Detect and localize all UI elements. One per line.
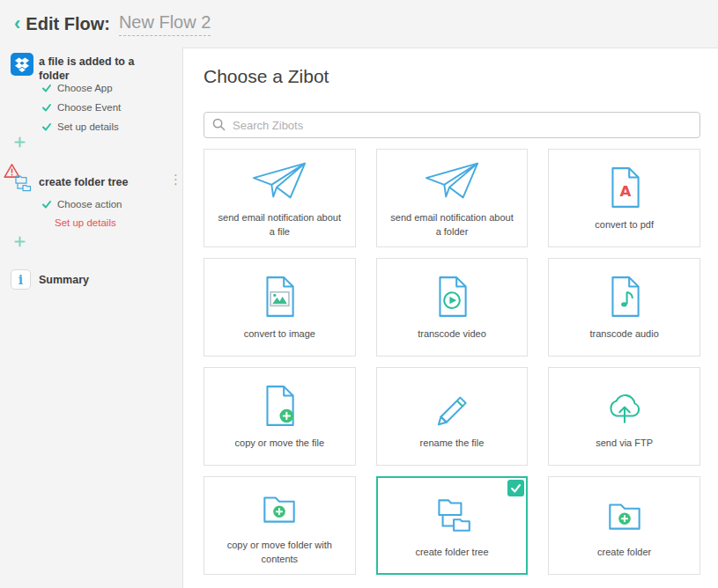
video-file-icon bbox=[430, 274, 474, 320]
zibot-card[interactable]: convert to image bbox=[204, 258, 356, 356]
zibot-label: convert to pdf bbox=[582, 218, 666, 232]
zibot-card[interactable]: copy or move folder with contents bbox=[204, 476, 356, 575]
step-substep-setup-details-error[interactable]: Set up details bbox=[55, 217, 116, 228]
check-icon bbox=[42, 84, 51, 92]
zibot-label: transcode video bbox=[405, 327, 499, 341]
zibot-label: create folder tree bbox=[403, 546, 500, 559]
image-file-icon bbox=[257, 274, 301, 320]
info-icon: i bbox=[11, 269, 31, 290]
zibot-label: copy or move folder with contents bbox=[204, 539, 355, 566]
zibot-label: send email notification about a file bbox=[204, 211, 355, 239]
dropbox-icon bbox=[11, 53, 33, 76]
step-substep-setup-details[interactable]: Set up details bbox=[42, 121, 119, 132]
substep-label: Choose Event bbox=[57, 102, 121, 113]
selected-check-icon bbox=[507, 480, 524, 496]
svg-text:A: A bbox=[619, 183, 631, 200]
step-substep-choose-event[interactable]: Choose Event bbox=[42, 102, 121, 113]
zibot-label: transcode audio bbox=[578, 327, 671, 341]
folder-tree-icon bbox=[11, 173, 33, 194]
zibot-label: send via FTP bbox=[583, 437, 665, 450]
folder-tree-icon bbox=[430, 492, 474, 538]
zibot-card[interactable]: send via FTP bbox=[548, 367, 700, 466]
search-icon bbox=[212, 118, 226, 131]
zibot-chooser-panel: Choose a Zibot send email notification a… bbox=[182, 48, 718, 588]
flow-name-editable[interactable]: New Flow 2 bbox=[119, 12, 211, 36]
file-plus-icon bbox=[257, 383, 301, 429]
paper-plane-icon bbox=[252, 158, 307, 203]
zibot-card[interactable]: create folder bbox=[548, 476, 700, 575]
substep-label: Set up details bbox=[57, 121, 119, 132]
zibot-card[interactable]: A convert to pdf bbox=[548, 149, 700, 247]
check-icon bbox=[42, 122, 51, 131]
plus-icon bbox=[14, 136, 26, 148]
search-bar bbox=[204, 112, 700, 138]
zibot-label: create folder bbox=[585, 546, 663, 559]
pdf-file-icon: A bbox=[603, 165, 647, 210]
step-title-file-added[interactable]: a file is added to a folder bbox=[39, 55, 162, 84]
zibot-label: convert to image bbox=[232, 327, 328, 341]
step-title-create-folder-tree[interactable]: create folder tree bbox=[39, 175, 162, 189]
zibot-card[interactable]: copy or move the file bbox=[204, 367, 356, 466]
folder-plus-icon bbox=[603, 492, 647, 538]
add-step-button[interactable] bbox=[14, 136, 26, 148]
panel-title: Choose a Zibot bbox=[204, 66, 700, 87]
sidebar-item-summary[interactable]: Summary bbox=[39, 274, 89, 286]
zibot-card[interactable]: transcode video bbox=[376, 258, 529, 356]
back-chevron-icon[interactable]: ‹ bbox=[14, 14, 20, 33]
substep-label: Choose App bbox=[57, 83, 113, 93]
page-title: Edit Flow: bbox=[26, 14, 110, 34]
search-input[interactable] bbox=[204, 112, 700, 138]
flow-editor-app: ‹ Edit Flow: New Flow 2 a file is added … bbox=[0, 0, 718, 588]
pencil-icon bbox=[430, 383, 474, 429]
zibot-card-selected[interactable]: create folder tree bbox=[376, 476, 529, 575]
zibot-card[interactable]: send email notification about a folder bbox=[376, 149, 529, 247]
audio-file-icon bbox=[603, 274, 647, 320]
substep-label: Choose action bbox=[57, 199, 122, 209]
zibot-card[interactable]: rename the file bbox=[376, 367, 529, 466]
check-icon bbox=[42, 200, 51, 209]
zibot-label: send email notification about a folder bbox=[377, 211, 528, 239]
zibot-label: rename the file bbox=[408, 437, 497, 450]
zibot-card[interactable]: transcode audio bbox=[548, 258, 700, 356]
folder-plus-icon bbox=[257, 485, 301, 531]
header: ‹ Edit Flow: New Flow 2 bbox=[0, 0, 718, 48]
check-icon bbox=[42, 103, 51, 112]
paper-plane-icon bbox=[425, 158, 479, 203]
zibot-grid: send email notification about a file sen… bbox=[204, 149, 700, 575]
zibot-card[interactable]: send email notification about a file bbox=[204, 149, 356, 247]
add-step-button[interactable] bbox=[14, 236, 26, 247]
flow-steps-sidebar: a file is added to a folder Choose App C… bbox=[0, 48, 182, 588]
step-substep-choose-action[interactable]: Choose action bbox=[42, 199, 122, 209]
zibot-label: copy or move the file bbox=[223, 437, 337, 450]
plus-icon bbox=[14, 236, 26, 247]
step-substep-choose-app[interactable]: Choose App bbox=[42, 83, 113, 93]
cloud-upload-icon bbox=[602, 383, 648, 429]
substep-label: Set up details bbox=[55, 217, 116, 228]
